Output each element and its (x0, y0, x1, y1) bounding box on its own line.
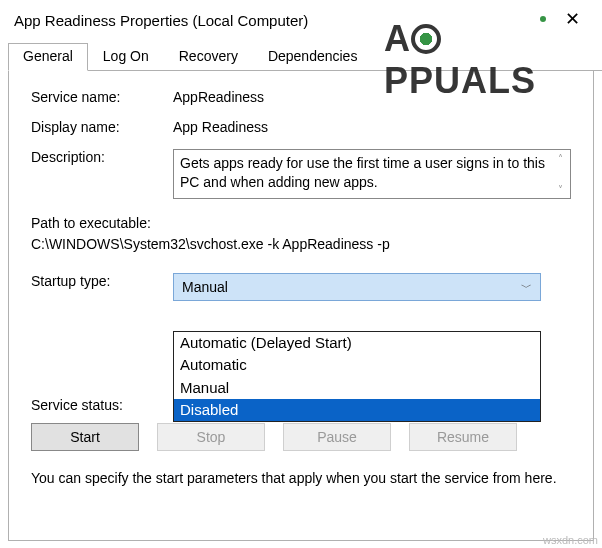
startup-option-automatic[interactable]: Automatic (174, 354, 540, 376)
tab-bar: General Log On Recovery Dependencies (8, 42, 602, 71)
description-textbox[interactable]: Gets apps ready for use the first time a… (173, 149, 571, 199)
general-panel: Service name: AppReadiness Display name:… (8, 71, 594, 541)
resume-button: Resume (409, 423, 517, 451)
close-button[interactable]: ✕ (552, 6, 592, 34)
window-title: App Readiness Properties (Local Computer… (14, 12, 552, 29)
startup-option-automatic-delayed[interactable]: Automatic (Delayed Start) (174, 332, 540, 354)
scroll-down-icon[interactable]: ˅ (552, 183, 568, 197)
label-display-name: Display name: (31, 119, 173, 135)
tab-log-on[interactable]: Log On (88, 43, 164, 71)
label-description: Description: (31, 149, 173, 165)
start-button[interactable]: Start (31, 423, 139, 451)
startup-type-dropdown[interactable]: Automatic (Delayed Start) Automatic Manu… (173, 331, 541, 422)
value-service-name: AppReadiness (173, 89, 571, 105)
label-service-name: Service name: (31, 89, 173, 105)
startup-option-manual[interactable]: Manual (174, 377, 540, 399)
label-startup-type: Startup type: (31, 273, 173, 289)
pause-button: Pause (283, 423, 391, 451)
stop-button: Stop (157, 423, 265, 451)
startup-option-disabled[interactable]: Disabled (174, 399, 540, 421)
startup-type-selected: Manual (182, 279, 228, 295)
description-scrollbar[interactable]: ˄ ˅ (552, 152, 568, 196)
tab-dependencies[interactable]: Dependencies (253, 43, 373, 71)
chevron-down-icon: ﹀ (521, 280, 532, 295)
description-text: Gets apps ready for use the first time a… (180, 155, 545, 190)
value-display-name: App Readiness (173, 119, 571, 135)
source-watermark: wsxdn.com (543, 534, 598, 546)
scroll-up-icon[interactable]: ˄ (552, 152, 568, 166)
startup-type-select[interactable]: Manual ﹀ (173, 273, 541, 301)
label-path: Path to executable: (31, 213, 571, 234)
footer-note: You can specify the start parameters tha… (31, 469, 571, 489)
tab-recovery[interactable]: Recovery (164, 43, 253, 71)
value-path: C:\WINDOWS\System32\svchost.exe -k AppRe… (31, 234, 571, 255)
tab-general[interactable]: General (8, 43, 88, 71)
title-bar: App Readiness Properties (Local Computer… (0, 0, 602, 38)
label-service-status: Service status: (31, 397, 173, 413)
